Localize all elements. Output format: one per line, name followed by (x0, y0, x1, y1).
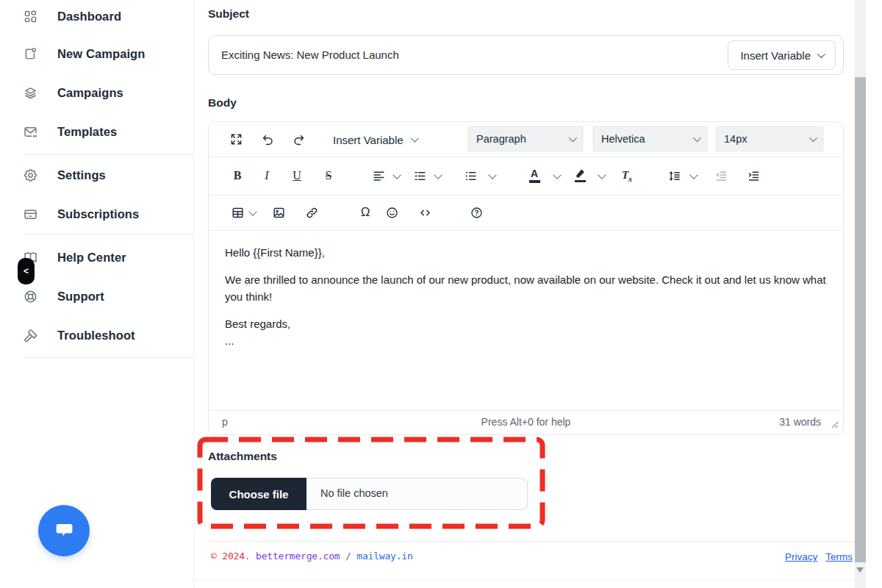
fullscreen-button[interactable] (223, 128, 248, 151)
chevron-down-icon[interactable] (598, 171, 606, 179)
font-select-value: Helvetica (601, 133, 645, 145)
font-family-select[interactable]: Helvetica (592, 126, 708, 152)
terms-link[interactable]: Terms (825, 551, 853, 562)
font-size-select[interactable]: 14px (715, 126, 824, 152)
bullet-list-button[interactable] (458, 164, 483, 187)
brand-link-primary[interactable]: bettermerge.com (256, 551, 340, 562)
chevron-down-icon[interactable] (488, 171, 496, 179)
life-ring-icon (22, 288, 38, 304)
footer-divider (208, 541, 855, 542)
sidebar-item-dashboard[interactable]: Dashboard (0, 2, 193, 30)
choose-file-button[interactable]: Choose file (211, 478, 306, 510)
sidebar-item-label: Dashboard (57, 10, 121, 24)
hammer-icon (22, 327, 38, 343)
sidebar-item-label: New Campaign (57, 47, 145, 61)
ordered-list-button[interactable] (407, 164, 432, 187)
sidebar-collapse-button[interactable]: < (18, 258, 35, 284)
sidebar: Dashboard New Campaign Campaigns Templat… (0, 0, 194, 588)
chevron-down-icon[interactable] (392, 171, 401, 179)
sidebar-item-label: Campaigns (57, 86, 123, 100)
align-button[interactable] (366, 164, 391, 187)
sidebar-item-subscriptions[interactable]: Subscriptions (0, 200, 193, 228)
app-window: Dashboard New Campaign Campaigns Templat… (0, 0, 882, 588)
sidebar-item-new-campaign[interactable]: New Campaign (0, 40, 193, 68)
sidebar-item-support[interactable]: Support (0, 282, 193, 310)
scrollbar-track[interactable] (855, 0, 866, 588)
undo-button[interactable] (255, 128, 280, 151)
sidebar-item-campaigns[interactable]: Campaigns (0, 79, 193, 107)
table-button[interactable] (225, 201, 250, 224)
dashboard-grid-icon (22, 8, 38, 24)
format-select[interactable]: Paragraph (467, 126, 584, 152)
italic-button[interactable]: I (254, 164, 279, 187)
special-character-button[interactable]: Ω (353, 201, 378, 224)
scrollbar-thumb[interactable] (855, 77, 866, 562)
resize-grip-icon[interactable] (831, 419, 839, 431)
chevron-down-icon (809, 134, 817, 142)
chevron-down-icon[interactable] (553, 171, 561, 179)
sidebar-divider (24, 234, 193, 234)
underline-button[interactable]: U (284, 164, 309, 187)
insert-variable-label: Insert Variable (333, 133, 404, 146)
no-file-chosen-text: No file chosen (320, 487, 388, 499)
bold-button[interactable]: B (225, 164, 250, 187)
text-color-button[interactable]: A (522, 164, 547, 187)
source-code-button[interactable] (412, 201, 437, 224)
mail-icon (22, 123, 38, 140)
subject-label: Subject (208, 7, 249, 21)
strikethrough-button[interactable]: S (316, 164, 341, 187)
subject-insert-variable-button[interactable]: Insert Variable (728, 40, 836, 70)
brand-link-secondary[interactable]: mailway.in (356, 551, 412, 562)
ordered-list-icon (413, 169, 427, 183)
editor-toolbar-row-2: B I U S A (209, 157, 843, 196)
rich-text-editor: Insert Variable Paragraph Helvetica 14px (208, 121, 844, 435)
editor-paragraph: Best regards, (225, 315, 827, 332)
help-button[interactable] (464, 201, 489, 224)
outdent-icon (714, 169, 728, 183)
sidebar-item-settings[interactable]: Settings (0, 161, 193, 189)
indent-button[interactable] (741, 164, 766, 187)
chevron-down-icon (569, 134, 577, 142)
subject-value: Exciting News: New Product Launch (221, 49, 399, 61)
subject-input[interactable]: Exciting News: New Product Launch Insert… (208, 35, 844, 75)
code-icon (418, 206, 432, 220)
outdent-button[interactable] (709, 164, 734, 187)
chevron-down-icon[interactable] (434, 171, 442, 179)
page-bottom-divider (193, 579, 855, 580)
insert-image-button[interactable] (266, 201, 291, 224)
toolbar-insert-variable-button[interactable]: Insert Variable (329, 130, 421, 148)
clear-formatting-button[interactable]: Tx (614, 164, 639, 187)
emoji-button[interactable] (379, 201, 404, 224)
redo-button[interactable] (287, 128, 312, 151)
chevron-down-icon (410, 134, 418, 142)
highlight-color-button[interactable] (567, 164, 592, 187)
attachments-label: Attachments (208, 450, 277, 463)
sidebar-item-label: Support (57, 290, 104, 304)
footer-links: Privacy Terms (785, 551, 853, 562)
sidebar-item-troubleshoot[interactable]: Troubleshoot (0, 321, 193, 349)
sidebar-item-label: Help Center (57, 251, 126, 265)
format-select-value: Paragraph (476, 133, 526, 145)
file-input[interactable]: Choose file No file chosen (211, 478, 528, 510)
choose-file-label: Choose file (229, 488, 289, 501)
indent-icon (747, 169, 761, 183)
chevron-down-icon[interactable] (248, 208, 257, 216)
editor-statusbar: p Press Alt+0 for help 31 words (209, 410, 843, 434)
fullscreen-icon (229, 132, 243, 146)
collapse-chevron-label: < (24, 266, 29, 276)
insert-variable-label: Insert Variable (740, 49, 811, 62)
privacy-link[interactable]: Privacy (785, 551, 817, 562)
scrollbar-down-arrow-icon[interactable] (856, 567, 864, 573)
sidebar-item-templates[interactable]: Templates (0, 118, 193, 146)
word-count[interactable]: 31 words (779, 416, 821, 428)
editor-paragraph: Hello {{First Name}}, (225, 244, 827, 261)
insert-link-button[interactable] (299, 201, 324, 224)
compose-icon (22, 46, 38, 62)
editor-content-area[interactable]: Hello {{First Name}}, We are thrilled to… (209, 230, 843, 412)
chevron-down-icon[interactable] (689, 171, 698, 179)
sidebar-item-label: Templates (57, 125, 117, 139)
image-icon (272, 206, 286, 220)
sidebar-item-label: Troubleshoot (57, 329, 135, 343)
line-height-button[interactable] (662, 164, 686, 187)
chat-widget-button[interactable] (38, 505, 90, 556)
